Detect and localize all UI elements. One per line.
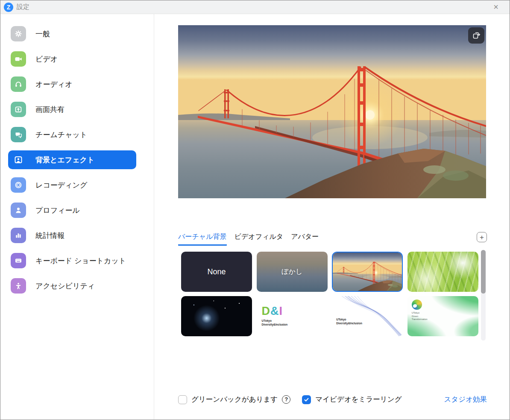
title-bar: Z 設定 × <box>0 0 510 14</box>
sidebar-item-screen-share[interactable]: 画面共有 <box>8 100 136 119</box>
sidebar-item-label: レコーディング <box>35 180 87 190</box>
accessibility-icon <box>11 278 26 294</box>
bar-chart-icon <box>11 228 26 243</box>
keyboard-icon <box>11 253 26 268</box>
background-person-icon <box>11 152 26 167</box>
gear-icon <box>11 26 26 41</box>
rotate-icon <box>472 31 481 40</box>
sidebar-item-general[interactable]: 一般 <box>8 24 136 43</box>
sidebar-item-label: オーディオ <box>35 79 73 89</box>
waves-caption: UTokyo Diversity&Inclusion <box>336 318 362 326</box>
di-logo-text: D&I <box>262 305 288 317</box>
zoom-logo-icon: Z <box>4 3 13 12</box>
app-body: 一般 ビデオ オーディオ 画面共有 <box>0 14 510 420</box>
studio-effects-link[interactable]: スタジオ効果 <box>444 395 487 404</box>
bridge-preview-image <box>178 25 486 198</box>
di-logo-block: D&I UTokyo Diversity&Inclusion <box>257 305 288 327</box>
sidebar-item-keyboard-shortcuts[interactable]: キーボード ショートカット <box>8 251 136 270</box>
tab-video-filter[interactable]: ビデオフィルタ <box>234 232 284 246</box>
sidebar-item-video[interactable]: ビデオ <box>8 50 136 68</box>
screen-share-icon <box>11 102 26 117</box>
thumbnail-blur[interactable]: ぼかし <box>257 252 328 292</box>
headphones-icon <box>11 76 26 92</box>
waves-pattern <box>332 296 403 336</box>
sidebar-item-statistics[interactable]: 統計情報 <box>8 226 136 245</box>
sidebar-item-label: キーボード ショートカット <box>35 256 126 266</box>
thumbnail-utokyo-green[interactable]: UTokyo Green Transformation <box>407 296 478 336</box>
thumbnail-utokyo-di-waves[interactable]: UTokyo Diversity&Inclusion <box>332 296 403 336</box>
video-preview <box>178 25 486 198</box>
sidebar-item-label: チームチャット <box>35 130 87 140</box>
green-logo-block: UTokyo Green Transformation <box>412 300 428 321</box>
plus-icon: + <box>480 234 484 241</box>
sidebar-item-background-effects[interactable]: 背景とエフェクト <box>8 150 136 169</box>
sidebar-item-recording[interactable]: レコーディング <box>8 176 136 194</box>
sidebar-item-profile[interactable]: プロフィール <box>8 201 136 220</box>
sidebar-item-label: 背景とエフェクト <box>35 155 94 165</box>
none-label: None <box>207 267 226 276</box>
help-icon[interactable]: ? <box>282 395 290 404</box>
thumbnail-bridge-selected[interactable] <box>332 252 403 292</box>
background-options-footer: グリーンバックがあります ? マイビデオをミラーリング スタジオ効果 <box>178 394 487 405</box>
tab-virtual-background[interactable]: バーチャル背景 <box>178 232 227 246</box>
thumbnail-scrollbar-thumb[interactable] <box>481 250 486 294</box>
close-button[interactable]: × <box>487 0 505 14</box>
chat-bubbles-icon <box>11 127 26 142</box>
thumbnail-scrollbar-track[interactable] <box>481 250 486 341</box>
thumbnail-none[interactable]: None <box>181 252 252 292</box>
greenscreen-label[interactable]: グリーンバックがあります <box>191 395 278 404</box>
thumbnail-earth[interactable] <box>181 296 252 336</box>
sidebar-item-accessibility[interactable]: アクセシビリティ <box>8 276 136 295</box>
window-title: 設定 <box>17 3 29 11</box>
mirror-checkbox[interactable] <box>302 395 311 404</box>
sidebar-item-label: ビデオ <box>35 54 58 64</box>
background-tabs: バーチャル背景 ビデオフィルタ アバター <box>178 232 326 246</box>
video-camera-icon <box>11 51 26 67</box>
rotate-preview-button[interactable] <box>468 27 484 44</box>
close-icon: × <box>493 2 498 12</box>
blur-label: ぼかし <box>281 267 302 276</box>
add-background-button[interactable]: + <box>477 232 487 242</box>
background-effects-panel: バーチャル背景 ビデオフィルタ アバター + None ぼかし <box>154 14 510 420</box>
di-caption: UTokyo Diversity&Inclusion <box>262 319 288 327</box>
thumbnail-grass[interactable] <box>407 252 478 292</box>
person-icon <box>11 203 26 218</box>
tab-avatar[interactable]: アバター <box>291 232 319 246</box>
sidebar-item-label: プロフィール <box>35 206 80 215</box>
check-icon <box>304 397 309 402</box>
greenscreen-checkbox[interactable] <box>178 395 187 404</box>
sidebar-item-label: 統計情報 <box>35 231 64 241</box>
record-icon <box>11 177 26 193</box>
sidebar-item-label: アクセシビリティ <box>35 281 95 291</box>
green-caption: UTokyo Green Transformation <box>412 311 428 321</box>
sidebar-item-label: 一般 <box>35 29 50 39</box>
settings-sidebar: 一般 ビデオ オーディオ 画面共有 <box>0 14 154 420</box>
thumbnail-utokyo-di-logo[interactable]: D&I UTokyo Diversity&Inclusion <box>257 296 328 336</box>
sidebar-item-team-chat[interactable]: チームチャット <box>8 125 136 144</box>
mirror-label[interactable]: マイビデオをミラーリング <box>315 395 402 404</box>
settings-window: Z 設定 × 一般 ビデオ <box>0 0 510 420</box>
bridge-thumbnail-image <box>333 253 402 291</box>
mirror-group: マイビデオをミラーリング <box>302 395 402 404</box>
utokyo-green-logo-icon <box>412 300 422 310</box>
sidebar-item-label: 画面共有 <box>35 105 64 115</box>
sidebar-item-audio[interactable]: オーディオ <box>8 75 136 94</box>
background-thumbnail-grid: None ぼかし D&I UTokyo Diversity&Inclusion <box>181 252 478 336</box>
